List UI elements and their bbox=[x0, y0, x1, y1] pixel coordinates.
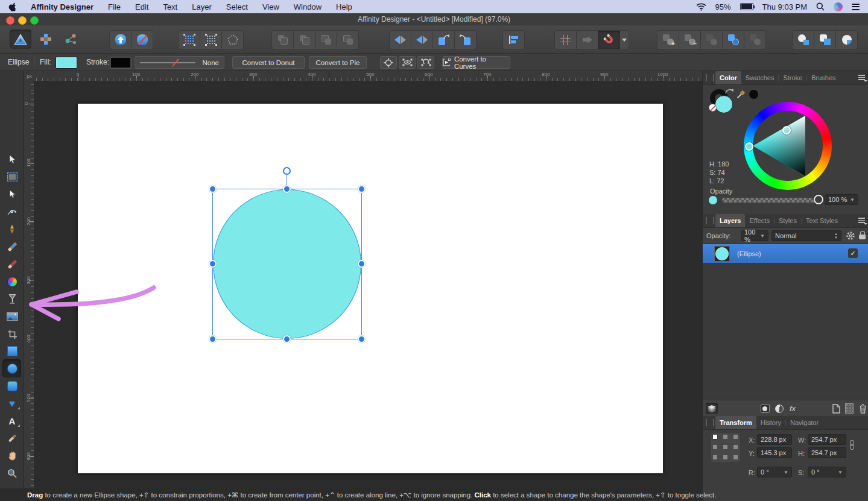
rotate-ccw-button[interactable] bbox=[433, 30, 455, 49]
place-image-tool[interactable] bbox=[0, 308, 24, 325]
tab-styles[interactable]: Styles bbox=[775, 214, 801, 227]
move-to-front-button[interactable] bbox=[337, 30, 359, 49]
text-tool[interactable]: A bbox=[0, 412, 24, 429]
menu-clock[interactable]: Thu 9:03 PM bbox=[762, 2, 807, 11]
tab-navigator[interactable]: Navigator bbox=[786, 416, 823, 429]
fill-tool[interactable] bbox=[0, 273, 24, 290]
tab-brushes[interactable]: Brushes bbox=[807, 71, 840, 84]
w-field[interactable]: 254.7 px bbox=[808, 434, 846, 445]
vector-brush-tool[interactable] bbox=[0, 256, 24, 273]
hue-ring-handle[interactable] bbox=[745, 142, 753, 151]
link-dimensions-icon[interactable] bbox=[850, 440, 855, 452]
ellipse-shape[interactable] bbox=[213, 189, 361, 339]
no-fill-icon[interactable] bbox=[709, 104, 717, 112]
transparency-tool[interactable] bbox=[0, 291, 24, 307]
anchor-top-right[interactable] bbox=[733, 435, 738, 439]
h-field[interactable]: 254.7 px bbox=[808, 447, 846, 458]
flip-vertical-button[interactable] bbox=[411, 30, 433, 49]
color-picker-tool[interactable] bbox=[0, 430, 24, 447]
selection-from-shape-button[interactable] bbox=[222, 30, 244, 49]
document-page[interactable] bbox=[78, 104, 663, 473]
convert-to-pie-button[interactable]: Convert to Pie bbox=[309, 56, 367, 69]
selection-bounding-box[interactable] bbox=[212, 189, 362, 339]
boolean-subtract-button[interactable]: − bbox=[679, 30, 701, 49]
deselect-pixels-button[interactable] bbox=[200, 30, 222, 49]
opacity-slider[interactable] bbox=[722, 198, 819, 203]
snapping-options-dropdown[interactable] bbox=[620, 30, 629, 49]
handle-bottom-center[interactable] bbox=[283, 335, 291, 343]
stroke-color-swatch[interactable] bbox=[110, 57, 131, 69]
menu-app-name[interactable]: Affinity Designer bbox=[31, 2, 93, 11]
handle-mid-left[interactable] bbox=[209, 260, 217, 268]
chevron-down-icon[interactable]: ▼ bbox=[850, 197, 855, 203]
select-all-pixels-button[interactable] bbox=[178, 30, 200, 49]
tab-history[interactable]: History bbox=[756, 416, 785, 429]
layer-visibility-checkbox[interactable]: ✓ bbox=[848, 248, 858, 258]
hide-selection-while-dragging-button[interactable] bbox=[399, 56, 416, 69]
siri-icon[interactable] bbox=[834, 2, 843, 11]
shear-dropdown[interactable]: 0 °▼ bbox=[808, 467, 846, 477]
menu-window[interactable]: Window bbox=[294, 2, 322, 11]
rotation-handle[interactable] bbox=[283, 167, 291, 175]
snapping-toggle-button[interactable] bbox=[598, 30, 620, 49]
anchor-bottom-center[interactable] bbox=[723, 455, 727, 459]
show-grid-button[interactable] bbox=[554, 30, 577, 49]
mask-layer-button[interactable] bbox=[759, 403, 771, 414]
insert-behind-button[interactable] bbox=[792, 30, 814, 49]
back-one-button[interactable] bbox=[294, 30, 315, 49]
tab-swatches[interactable]: Swatches bbox=[741, 71, 779, 84]
new-layer-button[interactable] bbox=[830, 403, 842, 414]
canvas-area[interactable] bbox=[34, 81, 702, 488]
layer-effects-button[interactable]: fx bbox=[787, 403, 799, 414]
tab-transform[interactable]: Transform bbox=[715, 416, 756, 429]
force-pixel-alignment-button[interactable] bbox=[577, 30, 598, 49]
anchor-mid-right[interactable] bbox=[733, 445, 738, 449]
tab-text-styles[interactable]: Text Styles bbox=[802, 214, 842, 227]
tab-layers[interactable]: Layers bbox=[715, 214, 745, 227]
picked-color-swatch[interactable] bbox=[749, 89, 759, 99]
rotate-cw-button[interactable] bbox=[455, 30, 477, 49]
anchor-center[interactable] bbox=[723, 445, 727, 449]
rotation-dropdown[interactable]: 0 °▼ bbox=[757, 467, 792, 477]
tab-color[interactable]: Color bbox=[715, 71, 741, 84]
panel-grip[interactable] bbox=[706, 74, 714, 81]
cycle-origin-button[interactable] bbox=[380, 56, 397, 69]
apple-menu-icon[interactable] bbox=[8, 2, 16, 11]
anchor-top-center[interactable] bbox=[723, 435, 727, 439]
opacity-slider-handle[interactable] bbox=[814, 195, 823, 204]
convert-to-donut-button[interactable]: Convert to Donut bbox=[232, 56, 305, 69]
panel-grip[interactable] bbox=[706, 419, 714, 426]
move-tool[interactable] bbox=[0, 151, 24, 168]
anchor-top-left[interactable] bbox=[713, 435, 717, 439]
insert-no-style-button[interactable] bbox=[131, 30, 153, 49]
insert-inside-button[interactable] bbox=[814, 30, 836, 49]
boolean-add-button[interactable]: + bbox=[657, 30, 679, 49]
swap-fill-stroke-icon[interactable] bbox=[724, 88, 734, 95]
designer-persona-button[interactable] bbox=[10, 30, 31, 49]
menu-layer[interactable]: Layer bbox=[192, 2, 212, 11]
triangle-handle[interactable] bbox=[782, 126, 791, 134]
artboard-tool[interactable] bbox=[0, 168, 24, 185]
layer-opacity-dropdown[interactable]: 100 %▼ bbox=[741, 230, 768, 241]
panel-grip[interactable] bbox=[706, 217, 714, 224]
tab-effects[interactable]: Effects bbox=[745, 214, 773, 227]
handle-bottom-right[interactable] bbox=[358, 335, 366, 343]
forward-one-button[interactable] bbox=[315, 30, 337, 49]
point-transform-tool[interactable] bbox=[0, 203, 24, 220]
x-field[interactable]: 228.8 px bbox=[757, 434, 792, 445]
menu-text[interactable]: Text bbox=[163, 2, 177, 11]
boolean-divide-button[interactable] bbox=[723, 30, 744, 49]
layer-thumbnail[interactable] bbox=[714, 246, 730, 262]
view-tool[interactable] bbox=[0, 447, 24, 464]
layer-row-ellipse[interactable]: (Ellipse) ✓ bbox=[703, 244, 868, 263]
menu-file[interactable]: File bbox=[108, 2, 121, 11]
tab-stroke[interactable]: Stroke bbox=[779, 71, 806, 84]
layers-stack-button[interactable] bbox=[706, 403, 718, 414]
move-to-back-button[interactable] bbox=[271, 30, 294, 49]
ellipse-tool[interactable] bbox=[0, 360, 24, 377]
vector-crop-tool[interactable] bbox=[0, 326, 24, 342]
color-wheel[interactable] bbox=[744, 102, 832, 190]
panel-menu-icon[interactable] bbox=[858, 218, 865, 223]
layer-name[interactable]: (Ellipse) bbox=[737, 250, 761, 257]
rectangle-tool[interactable] bbox=[0, 342, 24, 359]
